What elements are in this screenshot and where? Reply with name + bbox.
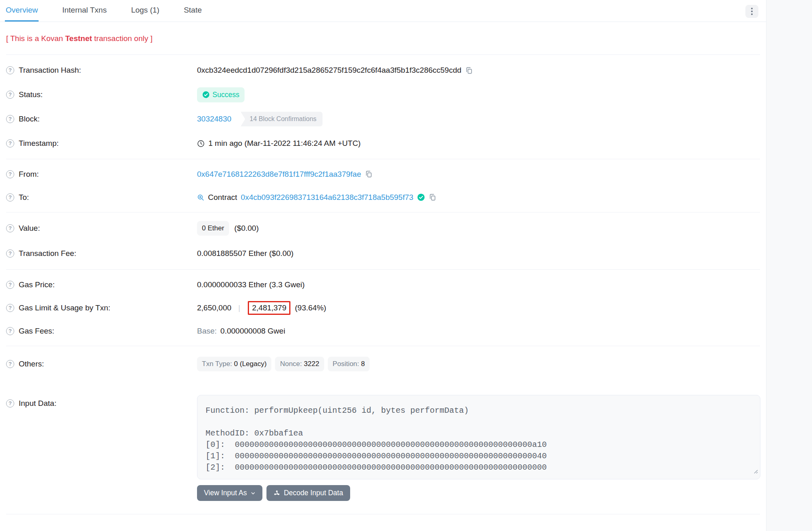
warning-prefix: [ This is a Kovan bbox=[6, 34, 65, 43]
help-icon: ? bbox=[6, 224, 14, 232]
block-confirmations-badge: 14 Block Confirmations bbox=[241, 112, 323, 126]
annotation-red-box: 2,481,379 bbox=[248, 301, 290, 315]
base-fee-value: 0.000000008 Gwei bbox=[221, 327, 286, 336]
help-icon: ? bbox=[6, 66, 14, 74]
row-gas-fees: ? Gas Fees: Base: 0.000000008 Gwei bbox=[0, 319, 766, 342]
testnet-warning: [ This is a Kovan Testnet transaction on… bbox=[0, 22, 766, 43]
input-data-word: [2]:000000000000000000000000000000000000… bbox=[206, 462, 752, 473]
check-circle-icon bbox=[202, 91, 210, 98]
tab-bar: Overview Internal Txns Logs (1) State bbox=[0, 0, 766, 22]
transaction-hash-value: 0xcb324eedcd1d07296fdf3d215a2865275f159c… bbox=[197, 66, 461, 75]
copy-icon[interactable] bbox=[365, 170, 372, 178]
help-icon: ? bbox=[6, 281, 14, 289]
help-icon: ? bbox=[6, 115, 14, 123]
help-icon: ? bbox=[6, 193, 14, 202]
to-contract-label: Contract bbox=[208, 193, 237, 202]
chevron-down-icon bbox=[251, 491, 256, 496]
field-label: Gas Price: bbox=[19, 280, 55, 289]
from-address-link[interactable]: 0x647e7168122263d8e7f81f17fff9c2f1aa379f… bbox=[197, 170, 361, 179]
field-label: Transaction Hash: bbox=[19, 66, 81, 75]
row-timestamp: ? Timestamp: 1 min ago (Mar-11-2022 11:4… bbox=[0, 131, 766, 156]
decode-input-data-button[interactable]: Decode Input Data bbox=[266, 485, 350, 501]
ether-value-badge: 0 Ether bbox=[197, 221, 229, 236]
field-label: From: bbox=[19, 170, 39, 179]
view-input-as-button[interactable]: View Input As bbox=[197, 485, 262, 501]
tab-internal-txns[interactable]: Internal Txns bbox=[61, 0, 107, 22]
field-label: Others: bbox=[19, 360, 44, 368]
to-address-link[interactable]: 0x4cb093f226983713164a62138c3f718a5b595f… bbox=[241, 193, 414, 202]
row-gas-price: ? Gas Price: 0.0000000033 Ether (3.3 Gwe… bbox=[0, 273, 766, 296]
txn-type-badge: Txn Type: 0 (Legacy) bbox=[197, 357, 271, 371]
usd-value: ($0.00) bbox=[234, 224, 259, 233]
field-label: Input Data: bbox=[19, 399, 56, 408]
input-data-word: [1]:000000000000000000000000000000000000… bbox=[206, 451, 752, 462]
help-icon: ? bbox=[6, 304, 14, 312]
copy-icon[interactable] bbox=[465, 67, 473, 74]
base-fee-label: Base: bbox=[197, 327, 217, 336]
field-label: Gas Limit & Usage by Txn: bbox=[19, 303, 110, 312]
row-transaction-hash: ? Transaction Hash: 0xcb324eedcd1d07296f… bbox=[0, 58, 766, 82]
field-label: Timestamp: bbox=[19, 139, 59, 148]
tab-logs[interactable]: Logs (1) bbox=[130, 0, 160, 22]
timestamp-value: 1 min ago (Mar-11-2022 11:46:24 AM +UTC) bbox=[208, 139, 361, 148]
input-data-actions: View Input As Decode Input Data bbox=[197, 485, 766, 501]
warning-emphasis: Testnet bbox=[65, 34, 92, 43]
row-others: ? Others: Txn Type: 0 (Legacy) Nonce: 32… bbox=[0, 352, 766, 376]
zoom-in-icon[interactable] bbox=[197, 194, 204, 201]
input-data-method-line: MethodID: 0x7bbaf1ea bbox=[206, 428, 752, 439]
field-label: To: bbox=[19, 193, 29, 202]
copy-icon[interactable] bbox=[429, 193, 436, 201]
field-label: Value: bbox=[19, 224, 40, 233]
help-icon: ? bbox=[6, 399, 14, 407]
row-gas-limit-usage: ? Gas Limit & Usage by Txn: 2,650,000 | … bbox=[0, 296, 766, 319]
help-icon: ? bbox=[6, 327, 14, 335]
status-text: Success bbox=[212, 91, 239, 99]
help-icon: ? bbox=[6, 249, 14, 258]
decode-icon bbox=[273, 490, 280, 496]
field-label: Transaction Fee: bbox=[19, 249, 76, 258]
tab-overview[interactable]: Overview bbox=[5, 0, 39, 22]
gas-limit-value: 2,650,000 bbox=[197, 303, 232, 312]
kebab-icon bbox=[751, 8, 753, 9]
transaction-fee-value: 0.0081885507 Ether ($0.00) bbox=[197, 249, 294, 258]
gas-used-value: 2,481,379 bbox=[252, 303, 286, 312]
help-icon: ? bbox=[6, 139, 14, 147]
row-from: ? From: 0x647e7168122263d8e7f81f17fff9c2… bbox=[0, 163, 766, 186]
transaction-details-card: Overview Internal Txns Logs (1) State [ … bbox=[0, 0, 767, 531]
status-badge: Success bbox=[197, 87, 245, 102]
gas-price-value: 0.0000000033 Ether (3.3 Gwei) bbox=[197, 280, 305, 289]
row-to: ? To: Contract 0x4cb093f226983713164a621… bbox=[0, 186, 766, 209]
nonce-badge: Nonce: 3222 bbox=[275, 357, 324, 371]
help-icon: ? bbox=[6, 91, 14, 99]
field-label: Block: bbox=[19, 115, 40, 124]
input-data-function-line: Function: performUpkeep(uint256 id, byte… bbox=[206, 405, 752, 416]
row-input-data: ? Input Data: Function: performUpkeep(ui… bbox=[0, 395, 766, 479]
row-block: ? Block: 30324830 14 Block Confirmations bbox=[0, 107, 766, 131]
verified-check-icon bbox=[417, 193, 425, 201]
row-value: ? Value: 0 Ether ($0.00) bbox=[0, 216, 766, 241]
warning-suffix: transaction only ] bbox=[92, 34, 153, 43]
help-icon: ? bbox=[6, 170, 14, 178]
field-label: Gas Fees: bbox=[19, 327, 54, 336]
input-data-word: [0]:000000000000000000000000000000000000… bbox=[206, 439, 752, 451]
position-badge: Position: 8 bbox=[328, 357, 370, 371]
help-icon: ? bbox=[6, 360, 14, 368]
resize-handle-icon[interactable] bbox=[753, 466, 758, 477]
block-number-link[interactable]: 30324830 bbox=[197, 115, 232, 124]
pipe-separator: | bbox=[238, 303, 240, 312]
input-data-textarea[interactable]: Function: performUpkeep(uint256 id, byte… bbox=[197, 395, 760, 479]
row-transaction-fee: ? Transaction Fee: 0.0081885507 Ether ($… bbox=[0, 241, 766, 266]
gas-used-percent: (93.64%) bbox=[295, 303, 326, 312]
field-label: Status: bbox=[19, 90, 43, 99]
tab-state[interactable]: State bbox=[183, 0, 202, 22]
kebab-menu-button[interactable] bbox=[745, 5, 758, 18]
clock-icon bbox=[197, 140, 205, 147]
divider bbox=[6, 514, 760, 514]
row-status: ? Status: Success bbox=[0, 82, 766, 107]
